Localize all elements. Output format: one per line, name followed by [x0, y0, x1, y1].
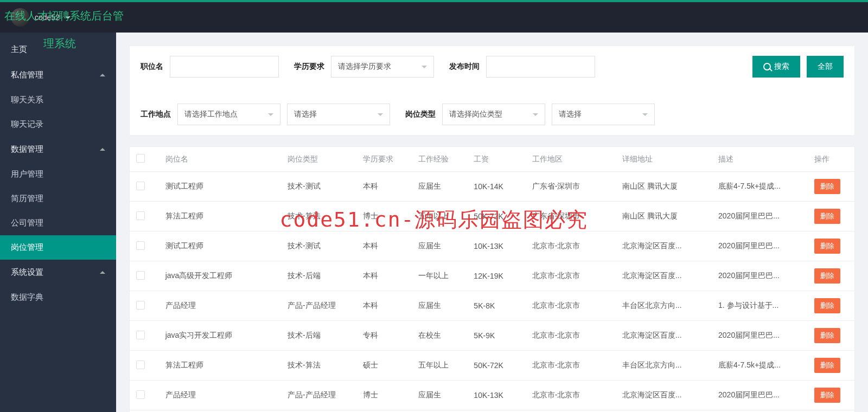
sidebar-item-用户管理[interactable]: 用户管理	[0, 162, 116, 186]
table-row: 算法工程师技术-算法博士五年以上50K-72K广东省-深圳市南山区 腾讯大厦20…	[130, 202, 854, 231]
type-select[interactable]: 请选择岗位类型	[442, 104, 545, 125]
edu-placeholder: 请选择学历要求	[338, 62, 391, 72]
row-checkbox[interactable]	[136, 271, 145, 280]
edu-select[interactable]: 请选择学历要求	[331, 56, 434, 78]
loc-select[interactable]: 请选择工作地点	[177, 104, 280, 125]
col-header: 详细地址	[616, 147, 712, 172]
sidebar-item-私信管理[interactable]: 私信管理	[0, 62, 116, 88]
row-checkbox[interactable]	[136, 360, 145, 369]
chevron-down-icon	[642, 113, 648, 116]
app-title-line1: 在线人才招聘系统后台管	[4, 9, 124, 23]
col-header: 工作经验	[412, 147, 467, 172]
chevron-up-icon	[100, 148, 105, 151]
row-checkbox[interactable]	[136, 390, 145, 399]
delete-button[interactable]: 删除	[814, 268, 840, 284]
app-title-line2: 理系统	[43, 36, 163, 50]
col-header: 岗位名	[159, 147, 281, 172]
row-checkbox[interactable]	[136, 211, 145, 220]
type2-select[interactable]: 请选择	[552, 104, 655, 125]
all-button[interactable]: 全部	[807, 56, 844, 78]
loc2-select[interactable]: 请选择	[287, 104, 390, 125]
table-row: 算法工程师技术-算法博士五年以上50K-71K广东省-深圳市南山区 永新汇1..…	[130, 410, 854, 413]
table-row: 测试工程师技术-测试本科应届生10K-13K北京市-北京市北京海淀区百度...2…	[130, 231, 854, 261]
chevron-down-icon	[422, 66, 427, 68]
sidebar-item-简历管理[interactable]: 简历管理	[0, 186, 116, 211]
table-row: 测试工程师技术-测试本科应届生10K-14K广东省-深圳市南山区 腾讯大厦底薪4…	[130, 172, 854, 202]
row-checkbox[interactable]	[136, 331, 145, 339]
delete-button[interactable]: 删除	[814, 358, 840, 373]
row-checkbox[interactable]	[136, 301, 145, 310]
time-label: 发布时间	[449, 62, 480, 72]
table-row: 算法工程师技术-算法硕士五年以上50K-72K北京市-北京市丰台区北京方向...…	[130, 351, 854, 381]
chevron-down-icon	[533, 113, 538, 116]
delete-button[interactable]: 删除	[814, 239, 840, 254]
table-row: 产品经理产品-产品经理本科应届生5K-8K北京市-北京市丰台区北京方向...1.…	[130, 291, 854, 321]
col-header: 操作	[808, 147, 854, 172]
chevron-up-icon	[100, 271, 105, 274]
job-name-label: 职位名	[141, 62, 163, 72]
search-icon	[763, 63, 771, 70]
sidebar-item-系统设置[interactable]: 系统设置	[0, 260, 116, 285]
job-name-input[interactable]	[170, 56, 279, 78]
delete-button[interactable]: 删除	[814, 328, 840, 343]
sidebar-item-数据字典[interactable]: 数据字典	[0, 285, 116, 310]
sidebar-item-岗位管理[interactable]: 岗位管理	[0, 235, 116, 260]
select-all-checkbox[interactable]	[136, 154, 145, 163]
sidebar-item-公司管理[interactable]: 公司管理	[0, 211, 116, 235]
topbar: 在线人才招聘系统后台管 理系统 code52	[0, 0, 868, 33]
delete-button[interactable]: 删除	[814, 179, 840, 194]
filter-bar: 职位名 学历要求 请选择学历要求 发布时间 搜索 全部	[129, 46, 855, 136]
sidebar-item-聊天关系[interactable]: 聊天关系	[0, 88, 116, 112]
delete-button[interactable]: 删除	[814, 388, 840, 403]
main-content: 职位名 学历要求 请选择学历要求 发布时间 搜索 全部	[116, 33, 868, 412]
row-checkbox[interactable]	[136, 241, 145, 250]
table-row: 产品经理产品-产品经理博士应届生10K-13K北京市-北京市北京海淀区百度...…	[130, 381, 854, 410]
row-checkbox[interactable]	[136, 182, 145, 190]
col-header: 工资	[467, 147, 525, 172]
job-table: 岗位名岗位类型学历要求工作经验工资工作地区详细地址描述操作 测试工程师技术-测试…	[129, 146, 855, 412]
chevron-down-icon	[268, 113, 273, 116]
chevron-down-icon	[378, 113, 383, 116]
col-header: 岗位类型	[281, 147, 357, 172]
col-header: 工作地区	[526, 147, 616, 172]
sidebar-item-聊天记录[interactable]: 聊天记录	[0, 112, 116, 137]
edu-label: 学历要求	[294, 62, 324, 72]
col-header: 描述	[712, 147, 808, 172]
col-header: 学历要求	[356, 147, 412, 172]
chevron-up-icon	[100, 74, 105, 76]
search-button[interactable]: 搜索	[752, 56, 800, 78]
app-logo: 在线人才招聘系统后台管 理系统	[4, 9, 124, 37]
type-label: 岗位类型	[405, 110, 436, 119]
delete-button[interactable]: 删除	[814, 209, 840, 224]
table-row: java高级开发工程师技术-后端本科一年以上12K-19K北京市-北京市北京海淀…	[130, 261, 854, 291]
loc-label: 工作地点	[141, 110, 171, 119]
table-row: java实习开发工程师技术-后端专科在校生5K-9K北京市-北京市北京海淀区百度…	[130, 321, 854, 351]
sidebar-item-数据管理[interactable]: 数据管理	[0, 137, 116, 162]
time-input[interactable]	[486, 56, 595, 78]
sidebar: 主页私信管理聊天关系聊天记录数据管理用户管理简历管理公司管理岗位管理系统设置数据…	[0, 33, 116, 412]
delete-button[interactable]: 删除	[814, 298, 840, 313]
